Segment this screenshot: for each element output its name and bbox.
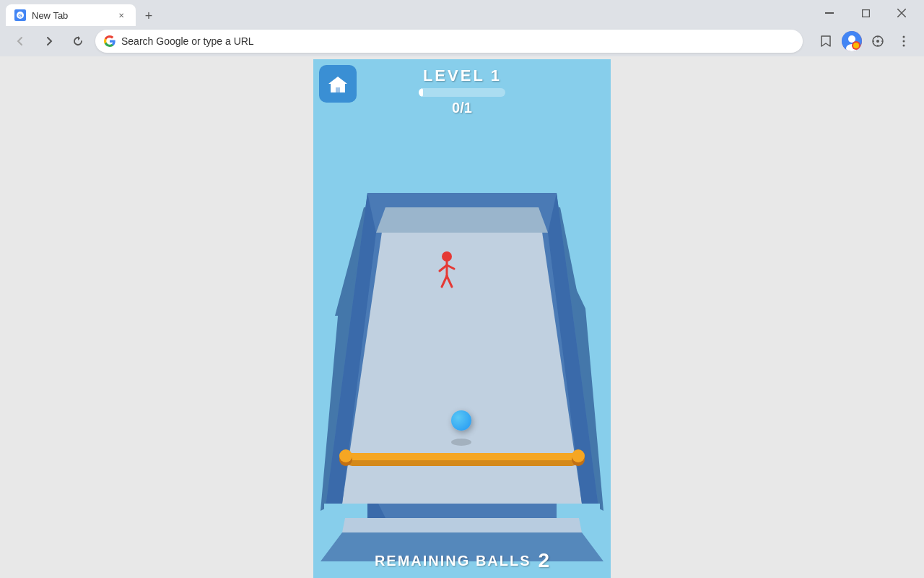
svg-point-11 [853, 43, 859, 48]
progress-bar-container [419, 88, 505, 97]
remaining-balls-label: REMAINING BALLS [375, 553, 531, 569]
url-text: Search Google or type a URL [121, 35, 794, 47]
svg-rect-37 [557, 504, 600, 518]
game-container[interactable]: LEVEL 1 0/1 [313, 59, 611, 578]
svg-point-43 [339, 449, 352, 462]
svg-marker-6 [78, 36, 80, 40]
progress-text: 0/1 [452, 100, 472, 116]
profile-button[interactable] [840, 30, 863, 53]
bookmark-button[interactable] [814, 30, 837, 53]
level-label: LEVEL [423, 66, 485, 85]
svg-rect-40 [346, 453, 578, 460]
back-button[interactable] [9, 30, 32, 53]
level-number: 1 [491, 66, 501, 85]
svg-point-45 [442, 251, 452, 262]
svg-line-49 [442, 276, 447, 287]
title-bar: G New Tab ✕ + [0, 0, 924, 26]
svg-rect-36 [324, 504, 367, 518]
game-hud: LEVEL 1 0/1 [313, 59, 611, 116]
svg-point-8 [848, 35, 855, 43]
svg-marker-32 [376, 207, 548, 233]
profile-avatar [842, 31, 862, 51]
game-character [436, 251, 458, 287]
browser-frame: G New Tab ✕ + [0, 0, 924, 578]
page-content: LEVEL 1 0/1 [0, 56, 924, 578]
progress-bar-fill [419, 88, 423, 97]
toolbar-icons [814, 30, 915, 53]
svg-line-50 [447, 276, 452, 287]
svg-text:G: G [18, 13, 22, 18]
svg-rect-3 [862, 9, 869, 17]
game-ball [451, 410, 471, 431]
url-bar[interactable]: Search Google or type a URL [95, 30, 803, 53]
tab-close-button[interactable]: ✕ [116, 9, 127, 21]
minimize-button[interactable] [813, 1, 846, 25]
tab-favicon: G [14, 9, 26, 21]
active-tab[interactable]: G New Tab ✕ [6, 4, 136, 26]
menu-button[interactable] [892, 30, 915, 53]
maximize-button[interactable] [849, 1, 882, 25]
svg-point-13 [876, 40, 879, 43]
remaining-balls-display: REMAINING BALLS 2 [313, 549, 611, 572]
new-tab-button[interactable]: + [139, 6, 159, 26]
tab-title: New Tab [32, 10, 110, 21]
window-controls [813, 1, 918, 25]
svg-point-18 [903, 36, 905, 38]
tab-area: G New Tab ✕ + [6, 0, 807, 26]
forward-button[interactable] [38, 30, 61, 53]
svg-point-38 [451, 439, 471, 446]
svg-point-20 [903, 45, 905, 47]
svg-rect-2 [825, 12, 834, 14]
game-field-area [324, 182, 600, 522]
address-bar: Search Google or type a URL [0, 26, 924, 56]
close-button[interactable] [885, 1, 918, 25]
svg-point-19 [903, 40, 905, 43]
extensions-button[interactable] [866, 30, 889, 53]
google-icon [104, 35, 116, 47]
reload-button[interactable] [66, 30, 90, 53]
remaining-balls-count: 2 [539, 549, 550, 572]
svg-point-44 [572, 449, 585, 462]
